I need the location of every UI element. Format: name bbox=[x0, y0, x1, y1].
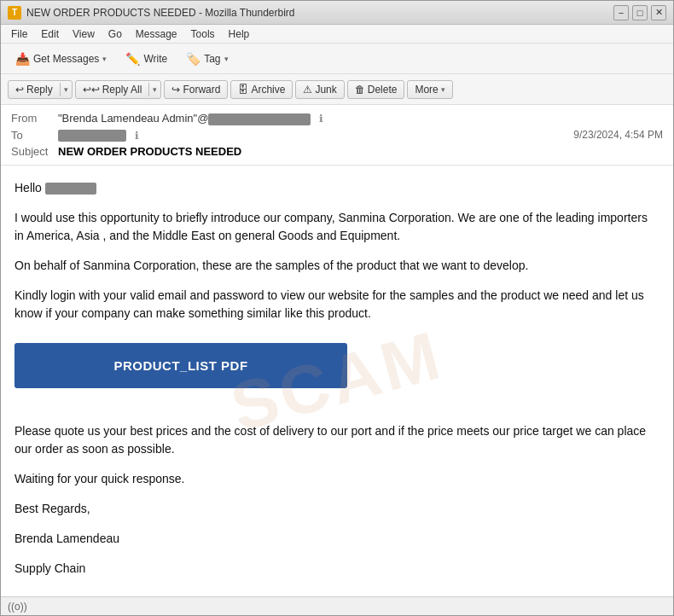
email-body: SCAM Hello I would use this opportunity … bbox=[1, 166, 673, 596]
get-messages-dropdown-icon[interactable]: ▾ bbox=[102, 55, 107, 63]
forward-button-group: ↪ Forward bbox=[164, 80, 228, 99]
info-icon[interactable]: ℹ bbox=[319, 113, 323, 125]
forward-icon: ↪ bbox=[171, 84, 180, 96]
body-paragraph-6: Best Regards, bbox=[15, 500, 659, 518]
body-paragraph-1: I would use this opportunity to briefly … bbox=[15, 209, 659, 245]
from-row: From "Brenda Lamendeau Admin"@ ℹ bbox=[11, 110, 663, 127]
app-icon: T bbox=[8, 6, 21, 20]
email-header: From "Brenda Lamendeau Admin"@ ℹ To ℹ 9/… bbox=[1, 105, 673, 166]
menu-edit[interactable]: Edit bbox=[34, 26, 66, 42]
main-window: T NEW ORDER PRODUCTS NEEDED - Mozilla Th… bbox=[0, 0, 674, 616]
to-value: ℹ bbox=[58, 129, 573, 142]
reply-button-group: ↩ Reply ▾ bbox=[8, 80, 73, 99]
subject-label: Subject bbox=[11, 145, 58, 158]
junk-button[interactable]: ⚠ Junk bbox=[295, 80, 344, 99]
recipient-name-redacted bbox=[45, 183, 96, 195]
delete-icon: 🗑 bbox=[355, 84, 365, 96]
more-dropdown-icon: ▾ bbox=[441, 85, 445, 94]
more-button[interactable]: More ▾ bbox=[407, 80, 452, 99]
body-paragraph-2: On behalf of Sanmina Corporation, these … bbox=[15, 257, 659, 275]
maximize-button[interactable]: □ bbox=[632, 5, 648, 20]
window-controls: − □ ✕ bbox=[613, 5, 666, 20]
title-bar: T NEW ORDER PRODUCTS NEEDED - Mozilla Th… bbox=[1, 1, 673, 25]
to-row: To ℹ 9/23/2024, 4:54 PM bbox=[11, 127, 663, 144]
tag-dropdown-icon[interactable]: ▾ bbox=[224, 55, 229, 63]
product-button-container: PRODUCT_LIST PDF bbox=[15, 334, 659, 405]
reply-all-label: Reply All bbox=[102, 84, 142, 96]
reply-label: Reply bbox=[26, 84, 53, 96]
reply-all-main-button[interactable]: ↩↩ Reply All bbox=[76, 81, 149, 98]
toolbar: 📥 Get Messages ▾ ✏️ Write 🏷️ Tag ▾ bbox=[1, 44, 673, 74]
menu-help[interactable]: Help bbox=[222, 26, 257, 42]
body-paragraph-3: Kindly login with your valid email and p… bbox=[15, 287, 659, 323]
write-label: Write bbox=[143, 53, 167, 65]
forward-main-button[interactable]: ↪ Forward bbox=[165, 81, 227, 98]
get-messages-button[interactable]: 📥 Get Messages ▾ bbox=[8, 48, 114, 70]
subject-value: NEW ORDER PRODUCTS NEEDED bbox=[58, 145, 241, 158]
junk-icon: ⚠ bbox=[303, 84, 312, 96]
menu-message[interactable]: Message bbox=[129, 26, 184, 42]
from-label: From bbox=[11, 112, 58, 125]
to-redacted bbox=[58, 130, 126, 142]
forward-label: Forward bbox=[183, 84, 220, 96]
write-button[interactable]: ✏️ Write bbox=[118, 48, 175, 70]
body-paragraph-7: Brenda Lamendeau bbox=[15, 530, 659, 548]
email-date: 9/23/2024, 4:54 PM bbox=[573, 129, 663, 141]
archive-button[interactable]: 🗄 Archive bbox=[230, 80, 293, 99]
archive-icon: 🗄 bbox=[238, 84, 248, 96]
reply-all-button-group: ↩↩ Reply All ▾ bbox=[75, 80, 162, 99]
close-button[interactable]: ✕ bbox=[651, 5, 666, 20]
reply-dropdown-button[interactable]: ▾ bbox=[60, 83, 72, 96]
more-label: More bbox=[415, 84, 438, 96]
tag-button[interactable]: 🏷️ Tag ▾ bbox=[178, 48, 235, 70]
menu-tools[interactable]: Tools bbox=[184, 26, 222, 42]
window-title: NEW ORDER PRODUCTS NEEDED - Mozilla Thun… bbox=[26, 7, 613, 19]
menu-view[interactable]: View bbox=[66, 26, 102, 42]
to-label: To bbox=[11, 129, 58, 142]
from-value: "Brenda Lamendeau Admin"@ ℹ bbox=[58, 112, 663, 125]
junk-label: Junk bbox=[315, 84, 336, 96]
subject-row: Subject NEW ORDER PRODUCTS NEEDED bbox=[11, 143, 663, 160]
menu-file[interactable]: File bbox=[4, 26, 34, 42]
reply-main-button[interactable]: ↩ Reply bbox=[9, 81, 60, 98]
body-paragraph-8: Supply Chain bbox=[15, 560, 659, 578]
tag-label: Tag bbox=[204, 53, 220, 65]
get-messages-label: Get Messages bbox=[33, 53, 99, 65]
status-bar: ((o)) bbox=[1, 596, 673, 615]
menu-go[interactable]: Go bbox=[102, 26, 129, 42]
menu-bar: File Edit View Go Message Tools Help bbox=[1, 25, 673, 44]
body-paragraph-5: Waiting for your quick response. bbox=[15, 470, 659, 488]
reply-icon: ↩ bbox=[15, 84, 24, 96]
connection-icon: ((o)) bbox=[8, 601, 27, 613]
delete-button[interactable]: 🗑 Delete bbox=[347, 80, 405, 99]
minimize-button[interactable]: − bbox=[613, 5, 629, 20]
to-info-icon[interactable]: ℹ bbox=[135, 130, 139, 142]
product-list-pdf-button[interactable]: PRODUCT_LIST PDF bbox=[15, 343, 347, 388]
delete-label: Delete bbox=[368, 84, 398, 96]
reply-all-dropdown-button[interactable]: ▾ bbox=[148, 83, 160, 96]
body-paragraph-4: Please quote us your best prices and the… bbox=[15, 422, 659, 458]
reply-all-icon: ↩↩ bbox=[83, 84, 100, 96]
action-bar: ↩ Reply ▾ ↩↩ Reply All ▾ ↪ Forward 🗄 Arc… bbox=[1, 74, 673, 105]
get-messages-icon: 📥 bbox=[15, 52, 30, 66]
write-icon: ✏️ bbox=[125, 52, 140, 66]
tag-icon: 🏷️ bbox=[186, 52, 200, 66]
from-redacted bbox=[208, 113, 311, 125]
greeting-paragraph: Hello bbox=[15, 179, 659, 197]
archive-label: Archive bbox=[251, 84, 285, 96]
